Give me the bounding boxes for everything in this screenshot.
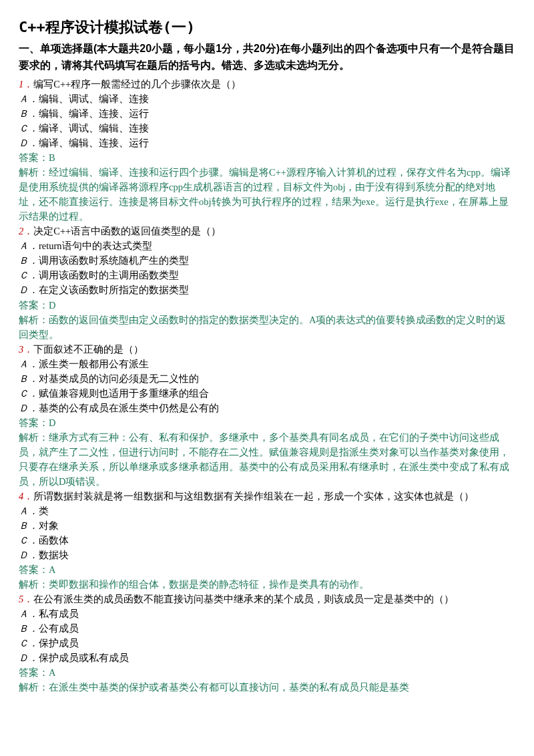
option-label: Ｃ． xyxy=(19,535,39,546)
analysis-text: 解析：继承方式有三种：公有、私有和保护。多继承中，多个基类具有同名成员，在它们的… xyxy=(19,430,515,489)
option-text: 类 xyxy=(39,506,49,516)
question-number: 4． xyxy=(19,491,33,502)
option-line: Ｃ．赋值兼容规则也适用于多重继承的组合 xyxy=(19,386,515,401)
analysis-text: 解析：经过编辑、编译、连接和运行四个步骤。编辑是将C++源程序输入计算机的过程，… xyxy=(19,165,515,224)
answer-line: 答案：B xyxy=(19,150,515,165)
option-text: 赋值兼容规则也适用于多重继承的组合 xyxy=(39,388,209,399)
question-number: 5． xyxy=(19,594,33,604)
option-text: 保护成员 xyxy=(39,638,79,648)
question-line: 3．下面叙述不正确的是（） xyxy=(19,342,515,357)
option-text: 编辑、编译、连接、运行 xyxy=(39,108,149,119)
option-text: 对象 xyxy=(39,520,59,531)
option-text: 基类的公有成员在派生类中仍然是公有的 xyxy=(39,403,219,413)
question-line: 2．决定C++语言中函数的返回值类型的是（） xyxy=(19,224,515,238)
option-text: 派生类一般都用公有派生 xyxy=(39,359,149,369)
option-label: Ｂ． xyxy=(19,108,39,119)
option-line: Ｂ．对基类成员的访问必须是无二义性的 xyxy=(19,371,515,386)
option-label: Ｂ． xyxy=(19,623,39,634)
option-line: Ｄ．基类的公有成员在派生类中仍然是公有的 xyxy=(19,401,515,415)
answer-line: 答案：D xyxy=(19,415,515,430)
option-line: Ｂ．调用该函数时系统随机产生的类型 xyxy=(19,253,515,268)
option-text: 函数体 xyxy=(39,535,69,546)
exam-title: C++程序设计模拟试卷(一) xyxy=(19,16,515,38)
question-line: 1．编写C++程序一般需经过的几个步骤依次是（） xyxy=(19,77,515,91)
option-text: 编辑、调试、编译、连接 xyxy=(39,93,149,104)
option-text: 编译、编辑、连接、运行 xyxy=(39,138,149,148)
option-label: Ａ． xyxy=(19,359,39,369)
option-text: 保护成员或私有成员 xyxy=(39,652,129,663)
option-label: Ｂ． xyxy=(19,373,39,384)
option-line: Ｂ．对象 xyxy=(19,518,515,533)
option-label: Ｄ． xyxy=(19,285,39,295)
option-line: Ａ．return语句中的表达式类型 xyxy=(19,238,515,253)
option-line: Ｃ．编译、调试、编辑、连接 xyxy=(19,121,515,136)
answer-line: 答案：A xyxy=(19,665,515,680)
option-line: Ａ．编辑、调试、编译、连接 xyxy=(19,91,515,106)
option-line: Ｄ．数据块 xyxy=(19,548,515,562)
option-text: 在定义该函数时所指定的数据类型 xyxy=(39,285,189,295)
option-text: 私有成员 xyxy=(39,608,79,619)
answer-line: 答案：A xyxy=(19,562,515,577)
question-text: 下面叙述不正确的是（） xyxy=(33,344,144,355)
section-heading: 一、单项选择题(本大题共20小题，每小题1分，共20分)在每小题列出的四个备选项… xyxy=(19,41,515,74)
option-label: Ｄ． xyxy=(19,550,39,560)
option-text: 编译、调试、编辑、连接 xyxy=(39,123,149,134)
option-line: Ｄ．保护成员或私有成员 xyxy=(19,650,515,665)
analysis-text: 解析：类即数据和操作的组合体，数据是类的静态特征，操作是类具有的动作。 xyxy=(19,577,515,592)
option-line: Ｄ．在定义该函数时所指定的数据类型 xyxy=(19,282,515,297)
analysis-text: 解析：函数的返回值类型由定义函数时的指定的数据类型决定的。A项的表达式的值要转换… xyxy=(19,313,515,342)
question-number: 3． xyxy=(19,344,33,355)
option-text: 对基类成员的访问必须是无二义性的 xyxy=(39,373,199,384)
option-label: Ｃ． xyxy=(19,638,39,648)
option-line: Ｃ．保护成员 xyxy=(19,636,515,650)
option-label: Ｃ． xyxy=(19,123,39,134)
question-line: 4．所谓数据封装就是将一组数据和与这组数据有关操作组装在一起，形成一个实体，这实… xyxy=(19,489,515,504)
option-line: Ｄ．编译、编辑、连接、运行 xyxy=(19,136,515,150)
question-number: 1． xyxy=(19,79,33,89)
question-text: 在公有派生类的成员函数不能直接访问基类中继承来的某个成员，则该成员一定是基类中的… xyxy=(33,594,454,604)
option-label: Ａ． xyxy=(19,506,39,516)
option-label: Ｄ． xyxy=(19,652,39,663)
option-label: Ｂ． xyxy=(19,520,39,531)
question-text: 决定C++语言中函数的返回值类型的是（） xyxy=(33,226,221,236)
option-label: Ｃ． xyxy=(19,388,39,399)
question-number: 2． xyxy=(19,226,33,236)
option-line: Ｃ．函数体 xyxy=(19,533,515,548)
option-label: Ａ． xyxy=(19,93,39,104)
option-label: Ｃ． xyxy=(19,270,39,280)
option-label: Ａ． xyxy=(19,608,39,619)
option-label: Ｂ． xyxy=(19,255,39,266)
option-line: Ａ．类 xyxy=(19,504,515,518)
analysis-text: 解析：在派生类中基类的保护或者基类公有都可以直接访问，基类的私有成员只能是基类 xyxy=(19,680,515,695)
option-line: Ａ．派生类一般都用公有派生 xyxy=(19,357,515,371)
question-text: 所谓数据封装就是将一组数据和与这组数据有关操作组装在一起，形成一个实体，这实体也… xyxy=(33,491,474,502)
questions-container: 1．编写C++程序一般需经过的几个步骤依次是（）Ａ．编辑、调试、编译、连接Ｂ．编… xyxy=(19,77,515,695)
option-label: Ｄ． xyxy=(19,403,39,413)
option-text: 调用该函数时系统随机产生的类型 xyxy=(39,255,189,266)
option-line: Ａ．私有成员 xyxy=(19,606,515,621)
answer-line: 答案：D xyxy=(19,298,515,313)
option-text: 数据块 xyxy=(39,550,69,560)
option-label: Ｄ． xyxy=(19,138,39,148)
option-line: Ｃ．调用该函数时的主调用函数类型 xyxy=(19,268,515,282)
option-line: Ｂ．公有成员 xyxy=(19,621,515,636)
option-text: 公有成员 xyxy=(39,623,79,634)
question-line: 5．在公有派生类的成员函数不能直接访问基类中继承来的某个成员，则该成员一定是基类… xyxy=(19,592,515,606)
question-text: 编写C++程序一般需经过的几个步骤依次是（） xyxy=(33,79,241,89)
option-line: Ｂ．编辑、编译、连接、运行 xyxy=(19,106,515,121)
option-label: Ａ． xyxy=(19,240,39,251)
option-text: 调用该函数时的主调用函数类型 xyxy=(39,270,179,280)
option-text: return语句中的表达式类型 xyxy=(39,240,152,251)
